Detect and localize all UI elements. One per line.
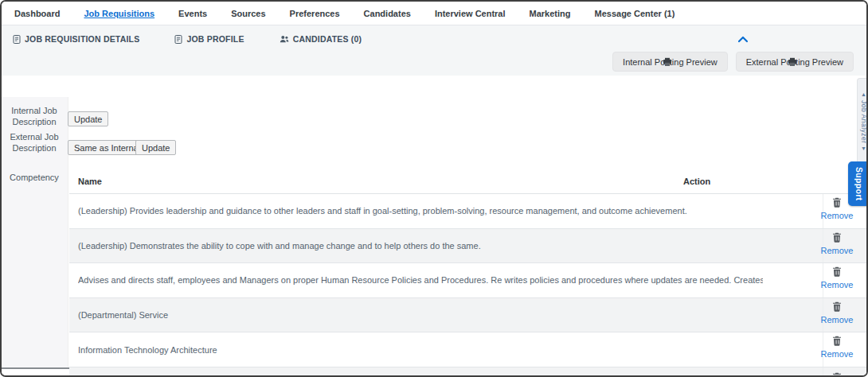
tab-candidates[interactable]: CANDIDATES (0) (280, 34, 362, 44)
job-analyzer-label: Job Analyzer (860, 100, 868, 144)
top-navigation: Dashboard Job Requisitions Events Source… (2, 2, 866, 25)
requisition-content: Internal Job Description Update External… (2, 76, 866, 375)
internal-job-description-label: Internal Job Description (2, 105, 67, 127)
tab-label: JOB PROFILE (186, 34, 244, 44)
table-row: Information Technology Architecture Remo… (69, 332, 866, 367)
column-header-action: Action (683, 177, 710, 186)
competency-label: Competency (2, 172, 67, 183)
nav-item-dashboard[interactable]: Dashboard (14, 9, 60, 18)
button-label: External Posting Preview (746, 57, 843, 67)
document-icon (174, 35, 182, 44)
internal-posting-preview-button[interactable]: Internal Posting Preview (612, 52, 728, 72)
tab-job-requisition-details[interactable]: JOB REQUISITION DETAILS (13, 34, 139, 44)
remove-link[interactable]: Remove (812, 315, 862, 325)
table-header-row: Name Action (69, 170, 866, 194)
competency-table: Name Action (Leadership) Provides leader… (69, 170, 866, 375)
nav-item-events[interactable]: Events (178, 9, 207, 18)
requisition-subheader: JOB REQUISITION DETAILS JOB PROFILE CAND… (2, 25, 866, 76)
remove-link[interactable]: Remove (812, 211, 862, 220)
remove-link[interactable]: Remove (812, 349, 862, 359)
app-window: Dashboard Job Requisitions Events Source… (0, 0, 868, 377)
internal-description-update-button[interactable]: Update (68, 111, 108, 126)
support-tab[interactable]: Support (848, 161, 868, 206)
external-job-description-label: External Job Description (2, 131, 67, 154)
table-row-partial (69, 367, 866, 377)
tab-label: JOB REQUISITION DETAILS (25, 34, 139, 44)
trash-icon[interactable] (832, 197, 842, 208)
trash-icon[interactable] (832, 301, 842, 312)
job-analyzer-flyout-tab[interactable]: ▲ Job Analyzer ▼ (857, 78, 868, 165)
remove-link[interactable]: Remove (812, 280, 862, 290)
nav-item-message-center[interactable]: Message Center (1) (595, 9, 675, 18)
competency-name: (Departmental) Service (78, 310, 763, 321)
nav-item-interview-central[interactable]: Interview Central (435, 9, 506, 18)
competency-name: (Leadership) Provides leadership and gui… (78, 206, 763, 216)
nav-item-marketing[interactable]: Marketing (530, 9, 571, 18)
button-label: Internal Posting Preview (623, 57, 717, 67)
table-row: (Leadership) Provides leadership and gui… (69, 194, 866, 229)
chevron-left-icon: ▲ (861, 92, 866, 97)
chevron-up-icon[interactable] (736, 33, 750, 45)
competency-name: Information Technology Architecture (78, 344, 763, 355)
table-row: (Departmental) Service Remove (69, 298, 866, 333)
competency-name: (Leadership) Demonstrates the ability to… (78, 240, 763, 251)
trash-icon[interactable] (832, 266, 842, 277)
row-actions (812, 371, 862, 377)
external-posting-preview-button[interactable]: External Posting Preview (736, 52, 854, 72)
section-tabs: JOB REQUISITION DETAILS JOB PROFILE CAND… (13, 34, 362, 44)
table-row: (Leadership) Demonstrates the ability to… (69, 229, 866, 264)
trash-icon[interactable] (832, 232, 842, 243)
nav-item-sources[interactable]: Sources (231, 9, 265, 18)
chevron-right-icon: ▼ (861, 146, 866, 151)
row-actions: Remove (812, 266, 862, 290)
nav-item-candidates[interactable]: Candidates (364, 9, 411, 18)
tab-label: CANDIDATES (0) (293, 34, 362, 44)
column-header-name: Name (78, 177, 102, 186)
table-row: Advises and directs staff, employees and… (69, 263, 866, 298)
nav-item-preferences[interactable]: Preferences (290, 9, 340, 18)
competency-name: Advises and directs staff, employees and… (78, 275, 763, 286)
trash-icon[interactable] (832, 336, 842, 346)
trash-icon[interactable] (832, 372, 842, 377)
row-actions: Remove (812, 335, 862, 359)
row-actions: Remove (812, 301, 862, 325)
nav-item-job-requisitions[interactable]: Job Requisitions (84, 9, 154, 18)
support-label: Support (854, 167, 864, 200)
row-actions: Remove (812, 231, 862, 255)
external-description-update-button[interactable]: Update (135, 140, 176, 155)
remove-link[interactable]: Remove (812, 246, 862, 255)
preview-buttons: Internal Posting Preview External Postin… (612, 52, 854, 72)
tab-job-profile[interactable]: JOB PROFILE (174, 34, 244, 44)
gutter-bottom-edge (2, 367, 69, 369)
document-icon (13, 35, 21, 44)
people-icon (280, 35, 289, 43)
